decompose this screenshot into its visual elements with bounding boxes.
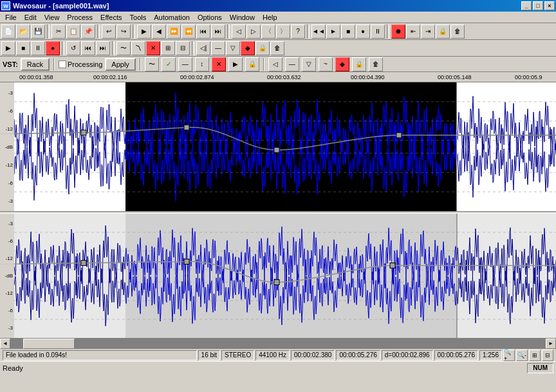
processing-checkbox[interactable] — [59, 61, 66, 68]
tb2-btn-i[interactable]: — — [211, 41, 225, 55]
vst-tb-l[interactable]: ◆ — [335, 57, 349, 71]
db-label-2: -12 — [0, 126, 14, 132]
tb2-btn-d[interactable]: 〽 — [131, 41, 145, 55]
toolbar2-sep-2 — [112, 41, 115, 55]
play-button[interactable]: ▶ — [1, 41, 15, 55]
tb-btn-c[interactable]: ⏩ — [167, 24, 181, 39]
menu-file[interactable]: File — [1, 13, 21, 22]
paste-button[interactable]: 📌 — [81, 24, 95, 39]
zoom-fit-button[interactable]: ⊞ — [529, 350, 541, 361]
new-button[interactable]: 📄 — [1, 24, 15, 39]
tb2-btn-m[interactable]: 🗑 — [270, 41, 284, 55]
status-selection-end: 00:00:05.276 — [336, 350, 380, 360]
toolbar-sep-4 — [227, 24, 230, 39]
minimize-button[interactable]: _ — [521, 1, 532, 10]
tb-btn-g[interactable]: ◁ — [232, 24, 246, 39]
save-button[interactable]: 💾 — [31, 24, 45, 39]
tb-btn-q[interactable]: ⏺ — [391, 24, 405, 39]
toolbar-sep-5 — [307, 24, 310, 39]
zoom-out-button[interactable]: 🔍- — [516, 350, 528, 361]
redo-button[interactable]: ↪ — [116, 24, 131, 39]
loop-button[interactable]: ↺ — [66, 41, 80, 55]
vst-bar: VST: Rack Processing Apply 〜 ✓ — ↕ ✕ ▶ 🔒… — [0, 57, 556, 72]
tb2-btn-j[interactable]: ▽ — [226, 41, 240, 55]
app-icon: W — [1, 1, 10, 10]
tb-btn-i[interactable]: 〈 — [261, 24, 275, 39]
scroll-left-button[interactable]: ◄ — [0, 339, 10, 349]
tb-btn-f[interactable]: ⏭ — [211, 24, 225, 39]
tb-btn-p[interactable]: ⏸ — [371, 24, 385, 39]
vst-tb-j[interactable]: ▽ — [302, 57, 316, 71]
tb2-btn-e[interactable]: ✕ — [146, 41, 160, 55]
vst-tb-b[interactable]: ✓ — [162, 57, 176, 71]
tb-btn-o[interactable]: ● — [356, 24, 370, 39]
tb-btn-e[interactable]: ⏮ — [196, 24, 210, 39]
tb2-btn-f[interactable]: ⊞ — [161, 41, 175, 55]
tb-btn-d[interactable]: ⏪ — [181, 24, 196, 39]
tb-btn-h[interactable]: ▷ — [246, 24, 261, 39]
zoom-sel-button[interactable]: ⊟ — [542, 350, 553, 361]
tb-btn-a[interactable]: ▶ — [137, 24, 151, 39]
tb-btn-l[interactable]: ◄◄ — [311, 24, 326, 39]
tb-btn-j[interactable]: 〉 — [276, 24, 290, 39]
tb-btn-m[interactable]: ► — [326, 24, 340, 39]
stop-button[interactable]: ■ — [16, 41, 30, 55]
tb-btn-s[interactable]: ⇥ — [421, 24, 435, 39]
tb2-btn-g[interactable]: ⊟ — [176, 41, 190, 55]
waveform-bottom[interactable]: -3 -6 -12 -dB -12 -6 -3 — [0, 214, 556, 338]
menu-options[interactable]: Options — [194, 13, 226, 22]
tb-btn-n[interactable]: ■ — [341, 24, 355, 39]
tb2-btn-b[interactable]: ⏭ — [96, 41, 110, 55]
vst-tb-k[interactable]: ~ — [319, 57, 333, 71]
vst-tb-i[interactable]: — — [285, 57, 299, 71]
db-label-bottom-3: -dB — [0, 273, 14, 279]
db-label-bottom-6: -3 — [0, 325, 14, 331]
vst-tb-e[interactable]: ✕ — [212, 57, 226, 71]
tb2-btn-c[interactable]: 〜 — [116, 41, 131, 55]
waveform-top[interactable]: -3 -6 -12 -dB -12 -6 -3 — [0, 82, 556, 211]
waveform-canvas-bottom — [0, 214, 556, 338]
scroll-track[interactable] — [10, 339, 546, 349]
waveform-container: -3 -6 -12 -dB -12 -6 -3 -3 -6 -12 -dB -1… — [0, 82, 556, 338]
copy-button[interactable]: 📋 — [66, 24, 80, 39]
tb2-btn-a[interactable]: ⏮ — [81, 41, 95, 55]
menu-automation[interactable]: Automation — [150, 13, 194, 22]
tb-btn-r[interactable]: ⇤ — [406, 24, 420, 39]
vst-tb-h[interactable]: ◁ — [268, 57, 283, 71]
cut-button[interactable]: ✂ — [51, 24, 66, 39]
tb-btn-k[interactable]: ? — [291, 24, 305, 39]
menu-effects[interactable]: Effects — [97, 13, 125, 22]
vst-tb-g[interactable]: 🔒 — [245, 57, 259, 71]
vst-tb-a[interactable]: 〜 — [145, 57, 159, 71]
close-button[interactable]: × — [544, 1, 555, 10]
tb2-btn-l[interactable]: 🔒 — [255, 41, 270, 55]
scroll-thumb[interactable] — [23, 339, 75, 349]
scroll-right-button[interactable]: ► — [546, 339, 556, 349]
menu-view[interactable]: View — [41, 13, 64, 22]
vst-tb-m[interactable]: 🔒 — [352, 57, 366, 71]
record-button[interactable]: ● — [46, 41, 60, 55]
pause-button[interactable]: ⏸ — [31, 41, 45, 55]
menu-edit[interactable]: Edit — [21, 13, 41, 22]
undo-button[interactable]: ↩ — [102, 24, 116, 39]
zoom-in-button[interactable]: 🔍+ — [503, 350, 515, 361]
tb-btn-t[interactable]: 🔒 — [436, 24, 450, 39]
status-sample-rate: 44100 Hz — [255, 350, 290, 360]
maximize-button[interactable]: □ — [533, 1, 543, 10]
vst-tb-d[interactable]: ↕ — [195, 57, 209, 71]
rack-button[interactable]: Rack — [21, 58, 50, 71]
menu-window[interactable]: Window — [226, 13, 259, 22]
open-button[interactable]: 📂 — [16, 24, 30, 39]
menu-process[interactable]: Process — [63, 13, 97, 22]
menu-help[interactable]: Help — [259, 13, 281, 22]
vst-tb-c[interactable]: — — [178, 57, 192, 71]
vst-tb-n[interactable]: 🗑 — [369, 57, 383, 71]
tb-btn-u[interactable]: 🗑 — [450, 24, 465, 39]
apply-button[interactable]: Apply — [105, 58, 136, 71]
vst-tb-f[interactable]: ▶ — [228, 57, 243, 71]
toolbar-sep-3 — [133, 24, 135, 39]
tb-btn-b[interactable]: ◀ — [152, 24, 166, 39]
tb2-btn-h[interactable]: ◁| — [196, 41, 210, 55]
tb2-btn-k[interactable]: ◆ — [241, 41, 255, 55]
menu-tools[interactable]: Tools — [126, 13, 151, 22]
